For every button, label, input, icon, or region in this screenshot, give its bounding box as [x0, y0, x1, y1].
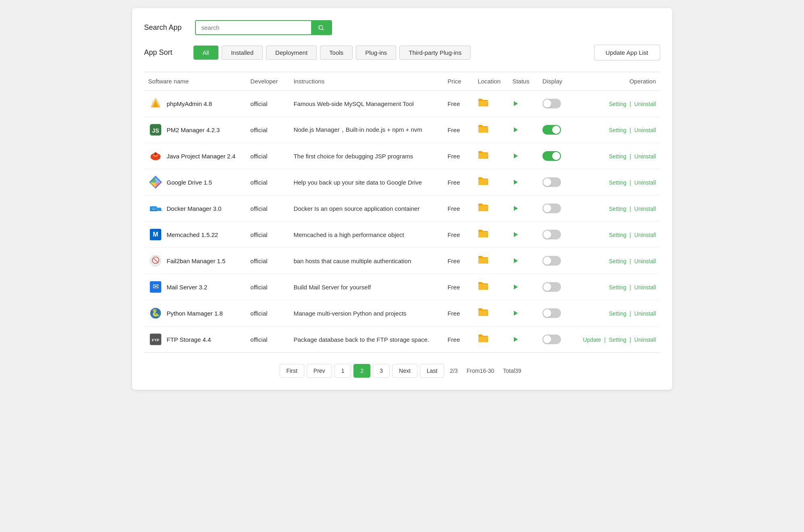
- op-uninstall-link[interactable]: Uninstall: [634, 127, 656, 133]
- op-setting-link[interactable]: Setting: [609, 101, 627, 107]
- col-display[interactable]: [538, 169, 573, 195]
- app-icon: [148, 149, 163, 163]
- col-operation: Setting | Uninstall: [573, 143, 660, 169]
- display-toggle[interactable]: [542, 125, 561, 135]
- svg-text:✉: ✉: [152, 283, 158, 291]
- folder-icon: [478, 178, 489, 188]
- col-display[interactable]: [538, 143, 573, 169]
- op-setting-link[interactable]: Setting: [609, 310, 627, 317]
- col-instructions: Build Mail Server for yourself: [289, 274, 443, 300]
- col-header-price: Price: [443, 72, 474, 91]
- display-toggle[interactable]: [542, 282, 561, 292]
- col-display[interactable]: [538, 91, 573, 117]
- col-instructions: ban hosts that cause multiple authentica…: [289, 248, 443, 274]
- op-setting-link[interactable]: Setting: [609, 179, 627, 186]
- op-uninstall-link[interactable]: Uninstall: [634, 232, 656, 238]
- col-display[interactable]: [538, 222, 573, 248]
- op-uninstall-link[interactable]: Uninstall: [634, 179, 656, 186]
- op-uninstall-link[interactable]: Uninstall: [634, 337, 656, 343]
- op-separator: |: [602, 337, 607, 343]
- folder-icon: [478, 99, 489, 109]
- col-name: phpMyAdmin 4.8: [144, 91, 247, 117]
- sort-btn-deployment[interactable]: Deployment: [266, 46, 317, 60]
- svg-marker-30: [514, 285, 518, 289]
- svg-marker-12: [156, 177, 161, 183]
- folder-icon: [478, 152, 489, 162]
- sort-btn-installed[interactable]: Installed: [222, 46, 263, 60]
- op-setting-link[interactable]: Setting: [609, 206, 627, 212]
- op-setting-link[interactable]: Setting: [609, 337, 627, 343]
- pagination-page-2[interactable]: 2: [353, 364, 370, 378]
- op-uninstall-link[interactable]: Uninstall: [634, 101, 656, 107]
- col-header-operation: Operation: [573, 72, 660, 91]
- col-display[interactable]: [538, 117, 573, 143]
- search-label: Search App: [144, 23, 189, 32]
- col-display[interactable]: [538, 274, 573, 300]
- op-uninstall-link[interactable]: Uninstall: [634, 310, 656, 317]
- folder-icon: [478, 309, 489, 319]
- pagination-total: Total39: [500, 368, 524, 374]
- display-toggle[interactable]: [542, 256, 561, 266]
- col-operation: Setting | Uninstall: [573, 117, 660, 143]
- op-uninstall-link[interactable]: Uninstall: [634, 284, 656, 291]
- col-display[interactable]: [538, 195, 573, 222]
- op-update-link[interactable]: Update: [583, 337, 601, 343]
- op-uninstall-link[interactable]: Uninstall: [634, 258, 656, 264]
- col-location: [474, 274, 508, 300]
- svg-marker-10: [514, 154, 518, 158]
- col-developer: official: [246, 143, 289, 169]
- op-uninstall-link[interactable]: Uninstall: [634, 153, 656, 160]
- sort-btn-plugins[interactable]: Plug-ins: [356, 46, 396, 60]
- play-icon: [512, 205, 534, 212]
- play-icon: [512, 179, 534, 185]
- sort-btn-thirdparty[interactable]: Third-party Plug-ins: [399, 46, 471, 60]
- col-instructions: The first choice for debugging JSP progr…: [289, 143, 443, 169]
- op-separator: |: [628, 232, 632, 238]
- display-toggle[interactable]: [542, 151, 561, 161]
- sort-btn-all[interactable]: All: [193, 46, 219, 60]
- display-toggle[interactable]: [542, 204, 561, 213]
- search-input[interactable]: [196, 21, 311, 34]
- op-setting-link[interactable]: Setting: [609, 284, 627, 291]
- col-location: [474, 326, 508, 353]
- op-setting-link[interactable]: Setting: [609, 153, 627, 160]
- op-setting-link[interactable]: Setting: [609, 232, 627, 238]
- folder-icon: [478, 125, 489, 135]
- col-header-display: Display: [538, 72, 573, 91]
- col-price: Free: [443, 117, 474, 143]
- op-uninstall-link[interactable]: Uninstall: [634, 206, 656, 212]
- display-toggle[interactable]: [542, 230, 561, 239]
- pagination-prev[interactable]: Prev: [307, 364, 332, 378]
- folder-icon: [478, 256, 489, 266]
- pagination-page-3[interactable]: 3: [373, 364, 390, 378]
- op-setting-link[interactable]: Setting: [609, 258, 627, 264]
- col-price: Free: [443, 195, 474, 222]
- col-display[interactable]: [538, 326, 573, 353]
- col-name: FTP FTP Storage 4.4: [144, 326, 247, 353]
- pagination-first[interactable]: First: [280, 364, 304, 378]
- col-display[interactable]: [538, 300, 573, 326]
- col-status: [508, 91, 538, 117]
- col-name: M Memcached 1.5.22: [144, 222, 247, 248]
- app-icon: M: [148, 227, 163, 242]
- pagination-last[interactable]: Last: [420, 364, 444, 378]
- pagination-next[interactable]: Next: [392, 364, 418, 378]
- table-row: Java Project Manager 2.4 official The fi…: [144, 143, 660, 169]
- display-toggle[interactable]: [542, 308, 561, 318]
- col-display[interactable]: [538, 248, 573, 274]
- col-name: 🐳 Docker Manager 3.0: [144, 195, 247, 222]
- col-status: [508, 195, 538, 222]
- search-button[interactable]: [311, 21, 331, 34]
- pagination-page-1[interactable]: 1: [334, 364, 351, 378]
- col-developer: official: [246, 274, 289, 300]
- display-toggle[interactable]: [542, 335, 561, 344]
- col-developer: official: [246, 300, 289, 326]
- display-toggle[interactable]: [542, 177, 561, 187]
- display-toggle[interactable]: [542, 99, 561, 108]
- op-setting-link[interactable]: Setting: [609, 127, 627, 133]
- col-status: [508, 248, 538, 274]
- update-app-list-button[interactable]: Update App List: [594, 45, 660, 60]
- sort-btn-tools[interactable]: Tools: [320, 46, 353, 60]
- col-header-instructions: Instructions: [289, 72, 443, 91]
- col-header-status: Status: [508, 72, 538, 91]
